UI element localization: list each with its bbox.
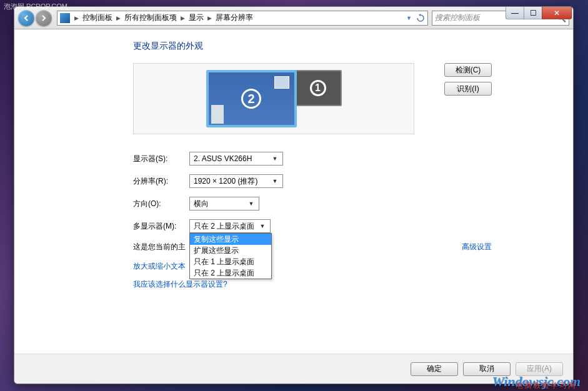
multi-display-value: 只在 2 上显示桌面 [194, 221, 254, 232]
resolution-value: 1920 × 1200 (推荐) [194, 176, 257, 187]
breadcrumb-item[interactable]: 显示 [187, 12, 206, 23]
multi-option-only1[interactable]: 只在 1 上显示桌面 [190, 256, 271, 267]
resolution-label: 分辨率(R): [133, 176, 189, 187]
breadcrumb-sep: ▶ [114, 15, 122, 21]
breadcrumb-item: 屏幕分辨率 [214, 12, 255, 23]
footer-bar: 确定 取消 应用(A) [14, 354, 573, 384]
chevron-down-icon: ▼ [257, 223, 267, 229]
resolution-select[interactable]: 1920 × 1200 (推荐) ▼ [189, 174, 283, 188]
title-bar-controls: ― ☐ ✕ [506, 7, 572, 19]
display-help-link[interactable]: 我应该选择什么显示器设置? [133, 279, 227, 290]
minimize-button[interactable]: ― [506, 7, 524, 19]
multi-display-row: 多显示器(M): 只在 2 上显示桌面 ▼ 复制这些显示 扩展这些显示 只在 1… [133, 219, 492, 233]
multi-option-only2[interactable]: 只在 2 上显示桌面 [190, 267, 271, 279]
chevron-down-icon: ▼ [246, 200, 256, 207]
multi-display-options: 复制这些显示 扩展这些显示 只在 1 上显示桌面 只在 2 上显示桌面 [189, 233, 272, 279]
mini-window-icon [274, 76, 289, 89]
breadcrumb-sep: ▶ [179, 15, 187, 21]
monitor-2[interactable]: 2 [206, 70, 297, 127]
search-placeholder: 搜索控制面板 [435, 12, 480, 23]
breadcrumb-item[interactable]: 所有控制面板项 [122, 12, 179, 23]
zoom-link-row: 放大或缩小文本 [133, 261, 492, 272]
monitor-preview[interactable]: 2 1 [133, 63, 414, 134]
ok-button[interactable]: 确定 [411, 362, 458, 376]
multi-display-label: 多显示器(M): [133, 221, 189, 232]
multi-option-extend[interactable]: 扩展这些显示 [190, 245, 271, 256]
monitor-number: 2 [241, 89, 261, 109]
close-button[interactable]: ✕ [542, 7, 572, 19]
display-row: 显示器(S): 2. ASUS VK266H ▼ [133, 152, 492, 166]
display-label: 显示器(S): [133, 154, 189, 164]
orientation-select[interactable]: 横向 ▼ [189, 197, 259, 210]
info-row: 这是您当前的主 高级设置 [133, 242, 492, 252]
orientation-value: 横向 [194, 199, 209, 209]
help-link-row: 我应该选择什么显示器设置? [133, 279, 492, 290]
advanced-settings-link[interactable]: 高级设置 [462, 242, 492, 252]
orientation-label: 方向(O): [133, 199, 189, 209]
multi-display-select[interactable]: 只在 2 上显示桌面 ▼ 复制这些显示 扩展这些显示 只在 1 上显示桌面 只在… [189, 219, 271, 233]
chevron-down-icon: ▼ [270, 156, 280, 162]
display-value: 2. ASUS VK266H [194, 154, 252, 163]
identify-button[interactable]: 识别(I) [444, 82, 492, 96]
orientation-row: 方向(O): 横向 ▼ [133, 197, 492, 210]
side-buttons: 检测(C) 识别(I) [444, 63, 492, 96]
zoom-text-link[interactable]: 放大或缩小文本 [133, 261, 186, 272]
window: ― ☐ ✕ ▶ 控制面板 ▶ 所有控制面板项 ▶ 显示 ▶ 屏幕分辨率 ▼ 搜索… [14, 6, 574, 384]
nav-bar: ▶ 控制面板 ▶ 所有控制面板项 ▶ 显示 ▶ 屏幕分辨率 ▼ 搜索控制面板 [14, 7, 573, 29]
monitor-1[interactable]: 1 [294, 70, 342, 106]
nav-back-button[interactable] [18, 10, 34, 26]
content-area: 更改显示器的外观 2 1 检测(C) 识别(I) 显示器(S): 2. ASUS [14, 29, 573, 352]
control-panel-icon [60, 13, 70, 23]
display-select[interactable]: 2. ASUS VK266H ▼ [189, 152, 283, 166]
main-display-text: 这是您当前的主 [133, 242, 186, 252]
multi-option-duplicate[interactable]: 复制这些显示 [190, 234, 271, 245]
chevron-down-icon: ▼ [404, 15, 414, 21]
breadcrumb-sep: ▶ [206, 15, 214, 21]
chevron-down-icon: ▼ [270, 178, 280, 184]
mini-taskbar-icon [211, 105, 224, 124]
refresh-icon [416, 14, 425, 22]
watermark-top: 泡泡网 PCPOP.COM [4, 2, 67, 11]
watermark-bottom-sub: 电脑教程学习网 [516, 380, 577, 391]
display-preview-row: 2 1 检测(C) 识别(I) [133, 63, 492, 134]
breadcrumb-item[interactable]: 控制面板 [81, 12, 114, 23]
nav-forward-button[interactable] [36, 10, 52, 26]
monitor-number: 1 [310, 80, 326, 96]
breadcrumb-sep: ▶ [72, 15, 81, 21]
maximize-button[interactable]: ☐ [524, 7, 542, 19]
breadcrumb[interactable]: ▶ 控制面板 ▶ 所有控制面板项 ▶ 显示 ▶ 屏幕分辨率 ▼ [57, 11, 428, 26]
breadcrumb-refresh[interactable]: ▼ [404, 14, 425, 22]
resolution-row: 分辨率(R): 1920 × 1200 (推荐) ▼ [133, 174, 492, 188]
page-title: 更改显示器的外观 [133, 41, 492, 52]
arrow-left-icon [22, 14, 30, 22]
arrow-right-icon [40, 14, 47, 22]
detect-button[interactable]: 检测(C) [444, 63, 492, 77]
